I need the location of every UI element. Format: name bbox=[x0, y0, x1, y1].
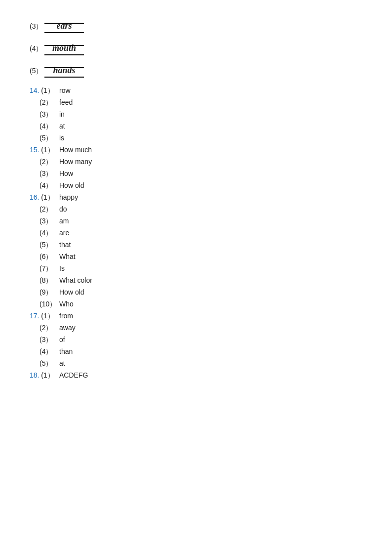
question-number: 17. bbox=[30, 312, 41, 320]
question-block: 15. (1）How much(2）How many(3）How(4）How o… bbox=[30, 146, 362, 190]
item-paren: (1） bbox=[41, 371, 54, 380]
answer-num-label: (3） bbox=[30, 22, 44, 31]
item-num-label: (5） bbox=[30, 241, 59, 250]
item-text: feed bbox=[59, 98, 73, 106]
item-num-label: (2） bbox=[30, 158, 59, 167]
item-text: Is bbox=[59, 264, 65, 272]
item-text: What bbox=[59, 253, 76, 260]
answer-num-label: (5） bbox=[30, 67, 44, 76]
item-num-label: (4） bbox=[30, 229, 59, 238]
item-num-label: (2） bbox=[30, 205, 59, 214]
list-item: 17. (1）from bbox=[30, 312, 362, 321]
item-text: What color bbox=[59, 276, 92, 284]
item-text: in bbox=[59, 110, 65, 118]
list-item: (2）feed bbox=[30, 98, 362, 107]
item-num-label: (3） bbox=[30, 336, 59, 344]
answer-line: (3）ears bbox=[30, 20, 362, 33]
item-text: do bbox=[59, 205, 67, 213]
question-number: 14. bbox=[30, 86, 41, 94]
item-text: happy bbox=[59, 193, 78, 201]
question-block: 17. (1）from(2）away(3）of(4）than(5）at bbox=[30, 312, 362, 368]
answer-line: (4）mouth bbox=[30, 42, 362, 55]
list-item: 15. (1）How much bbox=[30, 146, 362, 155]
list-item: 18. (1）ACDEFG bbox=[30, 371, 362, 380]
item-num-label: 17. (1） bbox=[30, 312, 59, 321]
item-num-label: (3） bbox=[30, 170, 59, 178]
item-text: than bbox=[59, 347, 73, 355]
item-num-label: (6） bbox=[30, 253, 59, 261]
item-paren: (1） bbox=[41, 86, 54, 95]
list-item: (4）than bbox=[30, 347, 362, 356]
item-text: of bbox=[59, 336, 65, 343]
item-text: that bbox=[59, 241, 71, 249]
item-text: How much bbox=[59, 146, 92, 154]
list-item: 14. (1）row bbox=[30, 86, 362, 95]
item-num-label: (4） bbox=[30, 122, 59, 131]
item-text: away bbox=[59, 324, 76, 332]
item-num-label: (4） bbox=[30, 347, 59, 356]
list-item: (7）Is bbox=[30, 264, 362, 273]
list-item: (2）do bbox=[30, 205, 362, 214]
item-text: How bbox=[59, 170, 73, 177]
list-item: (4）are bbox=[30, 229, 362, 238]
list-item: 16. (1）happy bbox=[30, 193, 362, 202]
item-num-label: 18. (1） bbox=[30, 371, 59, 380]
item-num-label: (8） bbox=[30, 276, 59, 285]
item-text: How old bbox=[59, 288, 84, 296]
item-text: ACDEFG bbox=[59, 371, 88, 379]
list-item: (9）How old bbox=[30, 288, 362, 297]
list-item: (5）is bbox=[30, 134, 362, 143]
answer-line: (5）hands bbox=[30, 64, 362, 78]
item-num-label: (10） bbox=[30, 300, 59, 309]
item-num-label: (2） bbox=[30, 324, 59, 333]
question-block: 18. (1）ACDEFG bbox=[30, 371, 362, 380]
item-num-label: (5） bbox=[30, 134, 59, 143]
answer-word: mouth bbox=[44, 42, 84, 55]
list-item: (8）What color bbox=[30, 276, 362, 285]
answer-num-label: (4） bbox=[30, 44, 44, 53]
list-item: (5）that bbox=[30, 241, 362, 250]
question-number: 15. bbox=[30, 146, 41, 154]
item-paren: (1） bbox=[41, 146, 54, 155]
item-num-label: (2） bbox=[30, 98, 59, 107]
item-text: row bbox=[59, 86, 71, 94]
item-text: from bbox=[59, 312, 73, 320]
item-num-label: (3） bbox=[30, 110, 59, 119]
item-paren: (1） bbox=[41, 193, 54, 202]
item-text: is bbox=[59, 134, 64, 142]
item-text: are bbox=[59, 229, 69, 237]
item-num-label: (3） bbox=[30, 217, 59, 226]
list-item: (10）Who bbox=[30, 300, 362, 309]
list-item: (4）How old bbox=[30, 181, 362, 190]
question-number: 18. bbox=[30, 371, 41, 379]
item-num-label: (5） bbox=[30, 359, 59, 368]
list-item: (6）What bbox=[30, 253, 362, 261]
item-num-label: (4） bbox=[30, 181, 59, 190]
item-text: How many bbox=[59, 158, 92, 166]
list-item: (3）of bbox=[30, 336, 362, 344]
list-item: (2）away bbox=[30, 324, 362, 333]
item-num-label: (9） bbox=[30, 288, 59, 297]
list-item: (3）in bbox=[30, 110, 362, 119]
item-num-label: 15. (1） bbox=[30, 146, 59, 155]
item-text: am bbox=[59, 217, 69, 225]
question-number: 16. bbox=[30, 193, 41, 201]
answer-word: ears bbox=[44, 20, 84, 33]
list-item: (5）at bbox=[30, 359, 362, 368]
list-item: (3）am bbox=[30, 217, 362, 226]
item-num-label: 14. (1） bbox=[30, 86, 59, 95]
question-block: 14. (1）row(2）feed(3）in(4）at(5）is bbox=[30, 86, 362, 143]
answer-word: hands bbox=[44, 64, 84, 78]
list-item: (3）How bbox=[30, 170, 362, 178]
item-text: Who bbox=[59, 300, 74, 308]
item-num-label: (7） bbox=[30, 264, 59, 273]
item-text: at bbox=[59, 122, 65, 130]
question-block: 16. (1）happy(2）do(3）am(4）are(5）that(6）Wh… bbox=[30, 193, 362, 309]
list-item: (2）How many bbox=[30, 158, 362, 167]
item-text: How old bbox=[59, 181, 84, 189]
item-text: at bbox=[59, 359, 65, 367]
item-paren: (1） bbox=[41, 312, 54, 321]
item-num-label: 16. (1） bbox=[30, 193, 59, 202]
list-item: (4）at bbox=[30, 122, 362, 131]
